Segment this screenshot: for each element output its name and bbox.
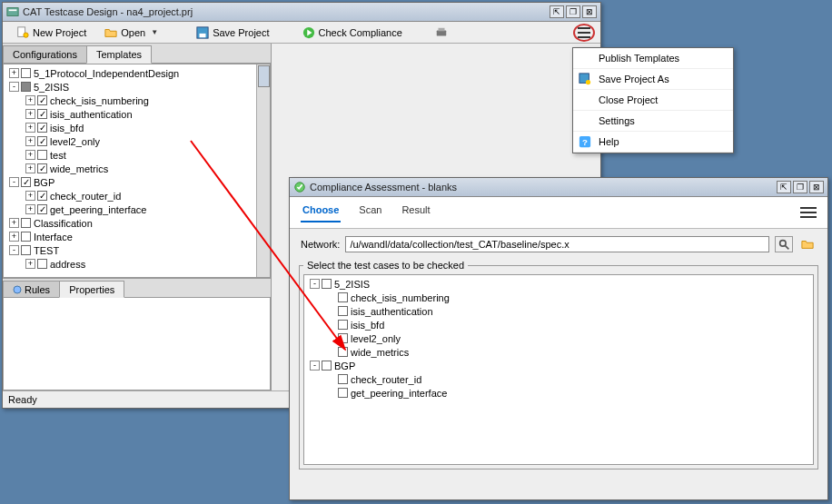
checkbox[interactable] — [21, 245, 31, 255]
network-label: Network: — [301, 239, 340, 250]
tab-scan[interactable]: Scan — [357, 203, 383, 222]
checkbox[interactable] — [338, 347, 348, 357]
tree-toggle[interactable]: - — [310, 279, 320, 289]
checkbox[interactable] — [322, 361, 332, 371]
dialog-maximize-button[interactable]: ❐ — [793, 181, 807, 193]
checkbox[interactable] — [37, 204, 47, 214]
menu-save-project-as[interactable]: Save Project As — [573, 69, 733, 90]
checkbox[interactable] — [338, 388, 348, 398]
maximize-button[interactable]: ❐ — [566, 5, 580, 18]
tree-node[interactable]: +5_1Protocol_IndependentDesign — [5, 66, 268, 80]
menu-publish-templates[interactable]: Publish Templates — [573, 48, 733, 69]
tab-result[interactable]: Result — [400, 203, 431, 222]
tree-node[interactable]: get_peering_interface — [306, 386, 811, 400]
testcase-tree[interactable]: -5_2ISIScheck_isis_numberingisis_authent… — [303, 274, 814, 465]
tree-toggle[interactable]: - — [310, 361, 320, 371]
tab-properties[interactable]: Properties — [59, 281, 124, 298]
checkbox[interactable] — [37, 191, 47, 201]
tree-scrollbar[interactable] — [256, 64, 270, 277]
tree-node[interactable]: +isis_bfd — [5, 121, 268, 134]
tree-toggle[interactable]: + — [25, 204, 35, 214]
tree-toggle[interactable]: + — [9, 218, 19, 228]
new-project-button[interactable]: New Project — [8, 24, 94, 42]
tree-node[interactable]: -TEST — [5, 243, 268, 257]
tree-toggle[interactable]: + — [25, 163, 35, 173]
tree-node[interactable]: +Classification — [5, 216, 268, 230]
tree-toggle[interactable]: + — [25, 150, 35, 160]
checkbox[interactable] — [37, 109, 47, 119]
tree-node[interactable]: isis_bfd — [306, 318, 811, 331]
tree-node[interactable]: +check_router_id — [5, 189, 268, 203]
tree-toggle[interactable]: - — [9, 177, 19, 187]
checkbox[interactable] — [21, 218, 31, 228]
tree-toggle[interactable]: - — [9, 82, 19, 92]
checkbox[interactable] — [21, 82, 31, 92]
search-network-button[interactable] — [775, 236, 793, 252]
tab-configurations[interactable]: Configurations — [3, 45, 87, 63]
checkbox[interactable] — [338, 306, 348, 316]
tree-node[interactable]: -5_2ISIS — [306, 277, 811, 291]
browse-folder-button[interactable] — [798, 236, 817, 252]
templates-tree[interactable]: +5_1Protocol_IndependentDesign-5_2ISIS+c… — [3, 64, 271, 278]
tab-rules[interactable]: Rules — [3, 281, 60, 297]
close-button[interactable]: ⊠ — [582, 5, 597, 18]
checkbox[interactable] — [338, 320, 348, 330]
tree-toggle[interactable]: + — [25, 95, 35, 105]
save-project-button[interactable]: Save Project — [188, 24, 277, 42]
checkbox[interactable] — [37, 259, 47, 269]
tree-node[interactable]: -BGP — [306, 359, 811, 372]
tab-choose[interactable]: Choose — [301, 203, 341, 222]
network-input[interactable] — [345, 236, 769, 252]
checkbox[interactable] — [37, 150, 47, 160]
tree-label: isis_bfd — [50, 123, 84, 133]
tree-node[interactable]: +test — [5, 148, 268, 162]
checkbox[interactable] — [338, 333, 348, 343]
tree-toggle[interactable]: + — [25, 109, 35, 119]
checkbox[interactable] — [37, 123, 47, 133]
tree-toggle[interactable]: + — [25, 136, 35, 146]
checkbox[interactable] — [21, 177, 31, 187]
checkbox[interactable] — [338, 292, 348, 302]
tree-toggle[interactable]: + — [9, 68, 19, 78]
tree-node[interactable]: +get_peering_interface — [5, 203, 268, 216]
tree-toggle[interactable]: - — [9, 245, 19, 255]
checkbox[interactable] — [338, 374, 348, 384]
tab-templates[interactable]: Templates — [86, 45, 152, 64]
checkbox[interactable] — [37, 136, 47, 146]
tree-toggle[interactable]: + — [25, 123, 35, 133]
tree-node[interactable]: wide_metrics — [306, 345, 811, 359]
menu-close-project[interactable]: Close Project — [573, 90, 733, 111]
print-button[interactable] — [427, 24, 456, 42]
tree-node[interactable]: check_isis_numbering — [306, 291, 811, 304]
menu-help[interactable]: ? Help — [573, 132, 733, 153]
tree-node[interactable]: isis_authentication — [306, 304, 811, 318]
checkbox[interactable] — [21, 232, 31, 242]
check-compliance-button[interactable]: Check Compliance — [294, 24, 411, 42]
tree-node[interactable]: check_router_id — [306, 372, 811, 386]
tree-node[interactable]: +address — [5, 257, 268, 271]
dialog-undock-button[interactable]: ⇱ — [777, 181, 791, 193]
checkbox[interactable] — [37, 163, 47, 173]
dialog-hamburger-button[interactable] — [800, 203, 817, 222]
undock-button[interactable]: ⇱ — [550, 5, 564, 18]
checkbox[interactable] — [37, 95, 47, 105]
checkbox[interactable] — [322, 279, 332, 289]
tree-node[interactable]: level2_only — [306, 331, 811, 345]
tree-node[interactable]: +Interface — [5, 230, 268, 243]
tree-node[interactable]: +wide_metrics — [5, 162, 268, 175]
tree-label: 5_2ISIS — [334, 279, 370, 290]
tree-node[interactable]: -BGP — [5, 175, 268, 189]
tree-node[interactable]: +level2_only — [5, 134, 268, 148]
tree-node[interactable]: +check_isis_numbering — [5, 94, 268, 107]
tree-toggle[interactable]: + — [25, 191, 35, 201]
tree-node[interactable]: +isis_authentication — [5, 107, 268, 121]
tree-label: test — [50, 150, 66, 161]
hamburger-menu-button[interactable] — [573, 24, 595, 42]
tree-toggle[interactable]: + — [25, 259, 35, 269]
menu-settings[interactable]: Settings — [573, 111, 733, 132]
tree-toggle[interactable]: + — [9, 232, 19, 242]
checkbox[interactable] — [21, 68, 31, 78]
tree-node[interactable]: -5_2ISIS — [5, 80, 268, 94]
open-button[interactable]: Open ▼ — [96, 24, 166, 42]
dialog-close-button[interactable]: ⊠ — [809, 181, 824, 193]
